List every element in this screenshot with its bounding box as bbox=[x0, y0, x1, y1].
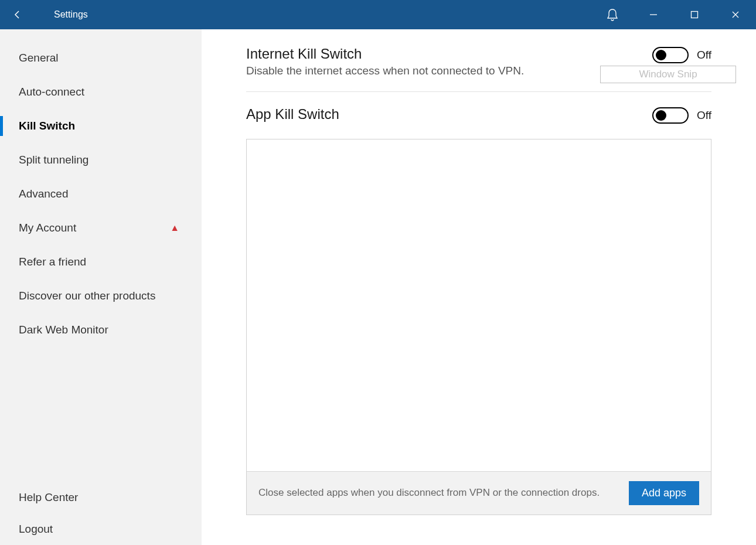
svg-rect-0 bbox=[692, 12, 698, 18]
sidebar-item-kill-switch[interactable]: Kill Switch bbox=[0, 109, 202, 143]
sidebar-item-refer-a-friend[interactable]: Refer a friend bbox=[0, 245, 202, 279]
close-icon bbox=[731, 11, 740, 19]
sidebar-item-label: Split tunneling bbox=[19, 154, 88, 166]
sidebar-item-dark-web-monitor[interactable]: Dark Web Monitor bbox=[0, 313, 202, 347]
warning-icon: ▲ bbox=[170, 223, 179, 233]
sidebar-item-label: Auto-connect bbox=[19, 86, 84, 98]
sidebar-item-general[interactable]: General bbox=[0, 41, 202, 75]
sidebar-item-label: Kill Switch bbox=[19, 120, 75, 132]
minimize-button[interactable] bbox=[633, 0, 674, 29]
sidebar-item-label: My Account bbox=[19, 222, 76, 234]
section-title: Internet Kill Switch bbox=[246, 46, 652, 62]
notifications-button[interactable] bbox=[592, 0, 633, 29]
window-title: Settings bbox=[54, 9, 88, 20]
maximize-button[interactable] bbox=[674, 0, 715, 29]
titlebar: Settings bbox=[0, 0, 756, 29]
toggle-knob bbox=[656, 50, 666, 60]
toggle-state-label: Off bbox=[697, 109, 711, 122]
app-kill-switch-section: App Kill Switch Off Close selected apps … bbox=[246, 106, 711, 529]
app-kill-switch-toggle[interactable] bbox=[652, 107, 689, 124]
toggle-state-label: Off bbox=[697, 49, 711, 62]
bell-icon bbox=[607, 8, 618, 21]
sidebar-item-help-center[interactable]: Help Center bbox=[0, 482, 202, 513]
divider bbox=[246, 91, 711, 92]
apps-box: Close selected apps when you disconnect … bbox=[246, 139, 711, 515]
sidebar-item-label: General bbox=[19, 52, 59, 64]
apps-hint: Close selected apps when you disconnect … bbox=[258, 486, 617, 500]
add-apps-button[interactable]: Add apps bbox=[629, 481, 699, 505]
sidebar-item-advanced[interactable]: Advanced bbox=[0, 177, 202, 211]
internet-kill-switch-section: Internet Kill Switch Disable the interne… bbox=[246, 46, 711, 91]
sidebar-item-label: Refer a friend bbox=[19, 256, 86, 268]
close-button[interactable] bbox=[715, 0, 756, 29]
sidebar-item-label: Discover our other products bbox=[19, 289, 155, 302]
sidebar-item-label: Dark Web Monitor bbox=[19, 323, 108, 336]
toggle-knob bbox=[656, 110, 666, 121]
sidebar-item-auto-connect[interactable]: Auto-connect bbox=[0, 75, 202, 109]
sidebar-item-discover-products[interactable]: Discover our other products bbox=[0, 279, 202, 313]
sidebar: General Auto-connect Kill Switch Split t… bbox=[0, 29, 202, 545]
sidebar-item-label: Help Center bbox=[19, 491, 78, 504]
arrow-left-icon bbox=[12, 9, 23, 20]
main-content: Internet Kill Switch Disable the interne… bbox=[202, 29, 756, 545]
sidebar-item-logout[interactable]: Logout bbox=[0, 513, 202, 545]
sidebar-item-label: Logout bbox=[19, 523, 53, 536]
sidebar-item-split-tunneling[interactable]: Split tunneling bbox=[0, 143, 202, 177]
sidebar-item-label: Advanced bbox=[19, 188, 69, 200]
internet-kill-switch-toggle[interactable] bbox=[652, 47, 689, 63]
minimize-icon bbox=[649, 11, 658, 19]
apps-footer: Close selected apps when you disconnect … bbox=[247, 471, 711, 515]
maximize-icon bbox=[690, 11, 699, 19]
apps-list bbox=[247, 139, 711, 471]
back-button[interactable] bbox=[0, 0, 35, 29]
sidebar-item-my-account[interactable]: My Account▲ bbox=[0, 211, 202, 245]
section-description: Disable the internet access when not con… bbox=[246, 64, 652, 77]
section-title: App Kill Switch bbox=[246, 106, 652, 122]
